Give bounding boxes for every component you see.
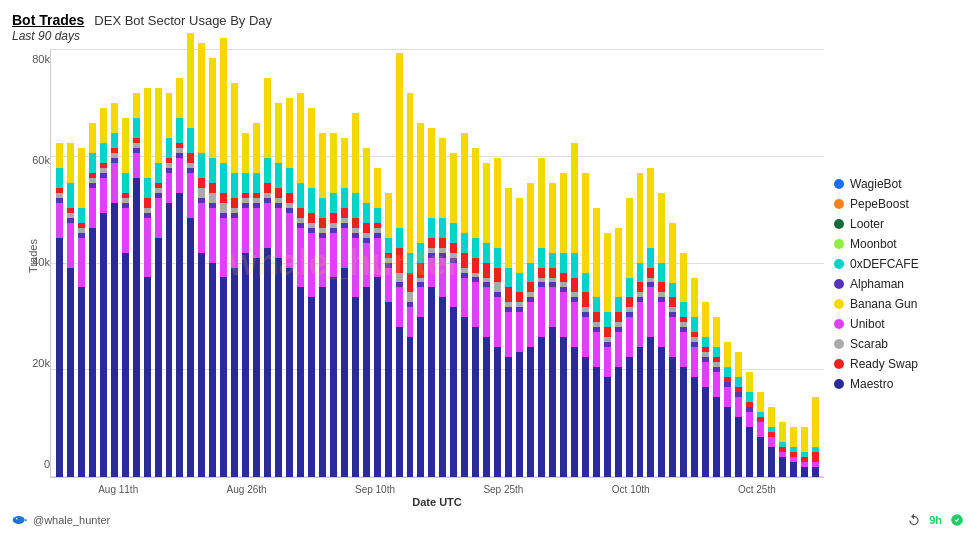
bar-segment-unibot xyxy=(352,238,359,298)
bar-stack xyxy=(746,372,753,477)
bar-segment-unibot xyxy=(330,233,337,278)
bar-segment-ready xyxy=(264,183,271,193)
bar-group xyxy=(526,53,535,477)
bar-group xyxy=(274,53,283,477)
bar-stack xyxy=(297,93,304,477)
bar-segment-unibot xyxy=(122,208,129,253)
legend-label: Ready Swap xyxy=(850,357,918,371)
bar-segment-maestro xyxy=(801,467,808,477)
bar-stack xyxy=(341,138,348,477)
bar-segment-banana xyxy=(374,168,381,208)
bar-segment-banana xyxy=(790,427,797,447)
bar-segment-unibot xyxy=(516,312,523,352)
bar-group xyxy=(427,53,436,477)
bar-segment-other xyxy=(724,367,731,377)
legend-item: Scarab xyxy=(834,337,964,351)
bar-group xyxy=(668,53,677,477)
bar-segment-other xyxy=(516,273,523,293)
bar-segment-ready xyxy=(615,312,622,322)
bar-segment-ready xyxy=(198,178,205,188)
bar-segment-ready xyxy=(647,268,654,278)
bar-segment-other xyxy=(187,128,194,153)
bar-segment-ready xyxy=(396,248,403,273)
bar-segment-banana xyxy=(133,93,140,118)
bar-group xyxy=(778,53,787,477)
bar-stack xyxy=(100,108,107,477)
bar-segment-other xyxy=(527,263,534,283)
bar-segment-unibot xyxy=(209,208,216,263)
bar-stack xyxy=(790,427,797,477)
bar-segment-ready xyxy=(604,327,611,337)
bar-group xyxy=(66,53,75,477)
bar-segment-banana xyxy=(647,168,654,248)
bar-stack xyxy=(801,427,808,477)
bar-segment-banana xyxy=(363,148,370,203)
bar-segment-unibot xyxy=(450,263,457,308)
x-axis-label: Sep 25th xyxy=(483,484,523,495)
bar-segment-unibot xyxy=(560,292,567,337)
bar-segment-banana xyxy=(407,93,414,253)
bar-segment-banana xyxy=(428,128,435,218)
bar-stack xyxy=(713,317,720,477)
bar-group xyxy=(745,53,754,477)
x-axis-label: Aug 11th xyxy=(98,484,138,495)
bar-segment-maestro xyxy=(582,357,589,477)
bar-segment-ready xyxy=(472,258,479,273)
bar-segment-maestro xyxy=(56,238,63,477)
bar-stack xyxy=(352,113,359,477)
bar-group xyxy=(121,53,130,477)
bar-segment-unibot xyxy=(144,218,151,278)
bar-segment-unibot xyxy=(626,317,633,357)
bar-segment-ready xyxy=(209,183,216,193)
bar-stack xyxy=(275,103,282,477)
bar-segment-ready xyxy=(626,297,633,307)
bar-segment-scarab xyxy=(407,292,414,302)
bar-segment-other xyxy=(560,253,567,273)
bar-group xyxy=(110,53,119,477)
bar-stack xyxy=(472,148,479,477)
bar-segment-other xyxy=(176,118,183,143)
bar-segment-maestro xyxy=(702,387,709,477)
bar-segment-unibot xyxy=(680,332,687,367)
bar-stack xyxy=(626,198,633,477)
bar-stack xyxy=(604,233,611,477)
bar-segment-banana xyxy=(220,38,227,163)
bar-stack xyxy=(669,223,676,477)
bar-segment-other xyxy=(133,118,140,138)
bar-segment-other xyxy=(669,283,676,298)
bar-segment-unibot xyxy=(472,282,479,327)
legend-item: Banana Gun xyxy=(834,297,964,311)
bar-group xyxy=(373,53,382,477)
bar-segment-other xyxy=(363,203,370,223)
y-axis-title: Trades xyxy=(27,239,39,273)
bar-segment-banana xyxy=(658,193,665,263)
bar-segment-other xyxy=(396,228,403,248)
bar-stack xyxy=(571,143,578,477)
bar-segment-other xyxy=(417,243,424,263)
legend-label: 0xDEFCAFE xyxy=(850,257,919,271)
bar-segment-unibot xyxy=(505,312,512,357)
bar-segment-maestro xyxy=(768,447,775,477)
bar-segment-ready xyxy=(549,268,556,278)
undo-icon[interactable] xyxy=(907,513,921,527)
bar-segment-ready xyxy=(461,253,468,268)
bar-group xyxy=(701,53,710,477)
bar-segment-other xyxy=(472,238,479,258)
bar-segment-maestro xyxy=(658,347,665,477)
bar-stack xyxy=(494,158,501,477)
bar-segment-banana xyxy=(516,198,523,273)
whale-icon xyxy=(12,512,28,528)
bar-segment-banana xyxy=(319,133,326,198)
bar-segment-other xyxy=(67,183,74,208)
bar-segment-other xyxy=(746,392,753,402)
bar-segment-unibot xyxy=(308,233,315,298)
bar-segment-ready xyxy=(286,193,293,203)
bar-segment-other xyxy=(647,248,654,268)
bar-segment-banana xyxy=(680,253,687,303)
bar-segment-maestro xyxy=(122,253,129,477)
bar-segment-other xyxy=(286,168,293,193)
bar-stack xyxy=(538,158,545,477)
bar-segment-banana xyxy=(286,98,293,168)
bar-group xyxy=(482,53,491,477)
bar-segment-unibot xyxy=(67,223,74,268)
